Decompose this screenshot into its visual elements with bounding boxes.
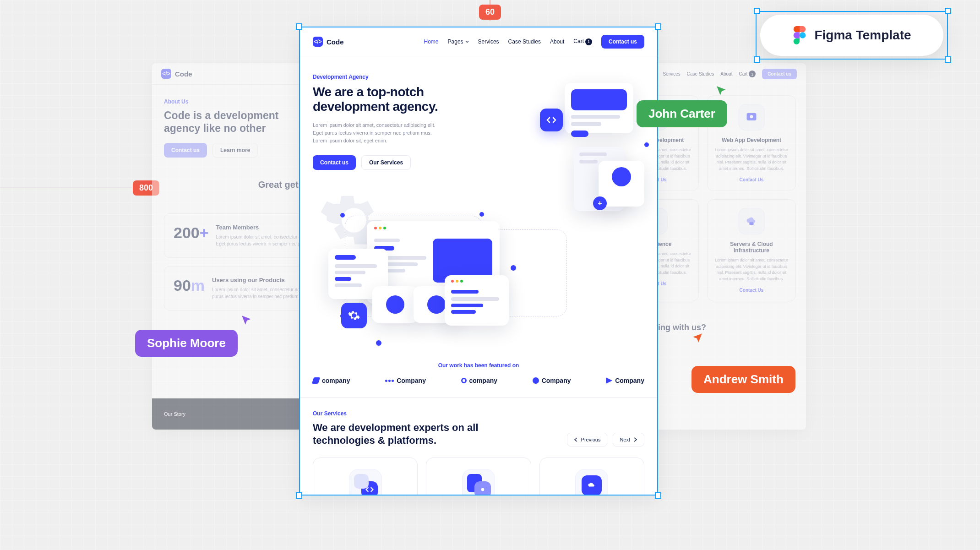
cart-count-badge: 1 — [585, 38, 592, 45]
frame-home[interactable]: </> Code Home Pages Services Case Studie… — [300, 27, 657, 495]
hero-eyebrow: Development Agency — [313, 74, 465, 80]
company-name: Company — [615, 377, 644, 384]
chevron-down-icon — [465, 40, 469, 44]
cart-count-badge: 1 — [749, 71, 756, 77]
selection-handle-se[interactable] — [945, 56, 951, 63]
nav-services[interactable]: Services — [663, 71, 680, 76]
service-card[interactable]: Web App Development Lorem ipsum dolor si… — [707, 95, 796, 191]
arrow-right-icon — [633, 437, 637, 442]
contact-button[interactable]: Contact us — [313, 155, 356, 170]
code-icon — [540, 109, 563, 131]
learn-more-button[interactable]: Learn more — [212, 143, 258, 158]
company-name: Company — [542, 377, 571, 384]
nav-home[interactable]: Home — [424, 38, 439, 45]
card-title: Servers & Cloud Infrastructure — [714, 241, 789, 254]
figma-logo-icon — [792, 26, 807, 44]
hero-body: Lorem ipsum dolor sit amet, consectetur … — [313, 121, 441, 145]
company-logo: Company — [533, 377, 571, 384]
mid-illustration — [313, 234, 644, 358]
company-logos: company Company company Company Company — [313, 377, 644, 384]
card-title: Web App Development — [714, 137, 789, 143]
footer-heading: Our Story — [164, 411, 185, 417]
services-button[interactable]: Our Services — [361, 155, 411, 170]
card-cta[interactable]: Contact Us — [714, 177, 789, 182]
company-logo: Company — [385, 377, 426, 384]
webapp-icon — [738, 104, 765, 131]
nav-services[interactable]: Services — [478, 38, 499, 45]
nav-cart[interactable]: Cart1 — [573, 38, 592, 45]
selection-handle-sw[interactable] — [754, 56, 760, 63]
brand-mark-icon: </> — [313, 37, 323, 47]
brand[interactable]: </> Code — [313, 37, 344, 47]
brand[interactable]: </> Code — [161, 69, 192, 79]
nav-case-studies[interactable]: Case Studies — [687, 71, 714, 76]
brand-mark-icon: </> — [161, 69, 171, 79]
nav-pages[interactable]: Pages — [448, 38, 469, 45]
figma-canvas[interactable]: 60 800 </> Code About Us Code is a devel… — [0, 0, 980, 550]
service-card[interactable]: Servers & Cloud Infrastructure Lorem ips… — [707, 199, 796, 301]
company-name: company — [322, 377, 350, 384]
company-logo: Company — [606, 377, 644, 384]
svg-point-7 — [481, 488, 485, 491]
figma-template-pill[interactable]: Figma Template — [760, 15, 943, 56]
hero-illustration: + — [474, 74, 649, 225]
card-body: Lorem ipsum dolor sit amet, consectetur … — [714, 257, 789, 282]
company-name: Company — [397, 377, 426, 384]
svg-point-8 — [800, 32, 806, 38]
contact-button[interactable]: Contact us — [164, 143, 207, 158]
nav-case-studies[interactable]: Case Studies — [508, 38, 541, 45]
page-title: Code is a development agency like no oth… — [164, 109, 301, 135]
brand-name: Code — [175, 70, 192, 78]
next-button[interactable]: Next — [613, 433, 644, 447]
hero-title: We are a top-notch development agency. — [313, 85, 465, 114]
service-card-frontend[interactable]: Frontend Development — [313, 457, 418, 495]
service-card-backend[interactable]: Backend Development — [426, 457, 531, 495]
card-body: Lorem ipsum dolor sit amet, consectetur … — [714, 147, 789, 172]
stat-value: 90 — [174, 277, 191, 294]
frontend-icon — [349, 469, 382, 495]
prev-button[interactable]: Previous — [567, 433, 608, 447]
header: </> Code Home Pages Services Case Studie… — [300, 27, 657, 56]
measure-badge-top: 60 — [479, 5, 501, 20]
gear-icon — [341, 303, 367, 328]
company-name: company — [469, 377, 497, 384]
nav-about[interactable]: About — [720, 71, 732, 76]
nav-cart[interactable]: Cart1 — [739, 71, 756, 77]
svg-rect-6 — [749, 222, 753, 225]
service-card-webapp[interactable]: Web App Development — [539, 457, 644, 495]
contact-button[interactable]: Contact us — [601, 35, 644, 49]
selection-handle-nw[interactable] — [754, 8, 760, 14]
selection-handle-ne[interactable] — [945, 8, 951, 14]
svg-point-3 — [750, 115, 753, 118]
brand-name: Code — [327, 38, 344, 46]
stat-suffix: m — [191, 277, 205, 294]
stat-value: 200 — [174, 224, 200, 241]
arrow-left-icon — [574, 437, 578, 442]
services-eyebrow: Our Services — [313, 410, 644, 417]
stat-suffix: + — [200, 224, 209, 241]
featured-title: Our work has been featured on — [313, 362, 644, 369]
services-title: We are development experts on all techno… — [313, 421, 505, 447]
nav-about[interactable]: About — [550, 38, 564, 45]
plus-icon: + — [593, 196, 607, 210]
company-logo: company — [461, 377, 497, 384]
pill-label: Figma Template — [814, 28, 911, 43]
webapp-icon — [575, 469, 608, 495]
cloud-icon — [738, 208, 765, 234]
backend-icon — [462, 469, 495, 495]
ruler-left — [0, 187, 132, 187]
card-cta[interactable]: Contact Us — [714, 288, 789, 293]
company-logo: company — [313, 377, 350, 384]
contact-button[interactable]: Contact us — [762, 69, 797, 79]
